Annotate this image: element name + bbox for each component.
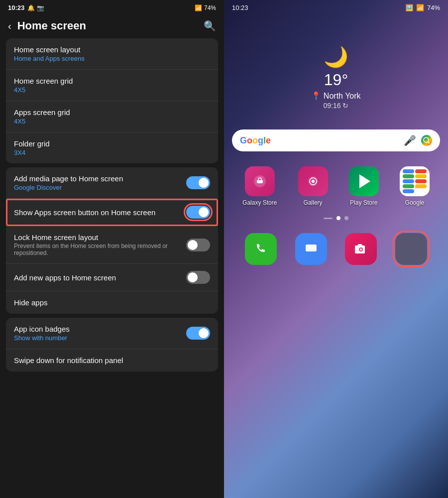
settings-panel: 10:23 🔔 📷 📶 74% ‹ Home screen 🔍 Home scr…: [0, 0, 224, 498]
play-store-label: Play Store: [350, 199, 377, 206]
image-icon-right: 🖼️: [405, 4, 413, 11]
google-grid-7: [403, 184, 414, 188]
camera-dock-item[interactable]: [345, 233, 377, 265]
google-grid-8: [415, 184, 427, 188]
apps-grid-dock-icon[interactable]: [395, 233, 427, 265]
page-indicator-media: [324, 218, 333, 219]
camera-dock-icon: [345, 233, 377, 265]
status-icons-left: 🔔 📷: [27, 4, 44, 11]
apps-grid-dock-item[interactable]: [395, 233, 427, 265]
grid-settings-group: Home screen layout Home and Apps screens…: [6, 38, 218, 163]
weather-icon: 🌙: [324, 45, 348, 69]
galaxy-store-item[interactable]: Galaxy Store: [242, 166, 277, 206]
time-right: 10:23: [232, 4, 248, 11]
wifi-icon: 📶: [195, 4, 202, 11]
time-left: 10:23: [8, 4, 24, 11]
folder-grid-item[interactable]: Folder grid 3X4: [6, 132, 218, 163]
weather-temp: 19°: [224, 71, 448, 89]
search-button[interactable]: 🔍: [204, 20, 216, 32]
toggle-knob-5: [199, 328, 209, 338]
google-grid-2: [415, 169, 427, 173]
home-screen-layout-item[interactable]: Home screen layout Home and Apps screens: [6, 38, 218, 70]
show-apps-button-row[interactable]: Show Apps screen button on Home screen: [6, 199, 218, 226]
show-apps-button-toggle[interactable]: [186, 206, 210, 219]
add-media-page-text: Add media page to Home screen Google Dis…: [14, 174, 186, 191]
add-media-page-subtitle: Google Discover: [14, 184, 186, 191]
google-apps-icon: [400, 166, 430, 196]
folder-grid-subtitle: 3X4: [14, 149, 210, 156]
toggle-knob-4: [188, 272, 198, 282]
app-dock-row: Galaxy Store Gallery Play Store: [224, 161, 448, 211]
google-grid-3: [403, 174, 414, 178]
hide-apps-text: Hide apps: [14, 298, 210, 307]
svg-point-4: [312, 180, 315, 183]
settings-header: ‹ Home screen 🔍: [0, 15, 224, 38]
galaxy-store-icon: [245, 166, 275, 196]
page-dots: [224, 211, 448, 225]
google-item[interactable]: Google: [400, 166, 430, 206]
toggle-settings-group: Add media page to Home screen Google Dis…: [6, 167, 218, 314]
svg-point-7: [360, 249, 362, 251]
messages-dock-icon: [295, 233, 327, 265]
app-icon-badges-toggle[interactable]: [186, 327, 210, 340]
google-grid-1: [403, 169, 414, 173]
add-new-apps-text: Add new apps to Home screen: [14, 273, 186, 282]
app-icon-badges-text: App icon badges Show with number: [14, 325, 186, 342]
swipe-down-row[interactable]: Swipe down for notification panel: [6, 349, 218, 372]
home-screen-layout-subtitle: Home and Apps screens: [14, 55, 210, 62]
location-pin-icon: 📍: [311, 92, 321, 100]
google-grid-5: [403, 179, 414, 183]
swipe-down-text: Swipe down for notification panel: [14, 356, 210, 365]
add-media-page-toggle[interactable]: [186, 176, 210, 189]
add-media-page-row[interactable]: Add media page to Home screen Google Dis…: [6, 167, 218, 199]
lock-home-screen-toggle[interactable]: [186, 239, 210, 251]
apps-screen-grid-subtitle: 4X5: [14, 118, 210, 125]
gallery-item[interactable]: Gallery: [298, 166, 328, 206]
folder-grid-title: Folder grid: [14, 139, 210, 148]
right-status-icons: 🖼️ 📶 74%: [405, 4, 440, 11]
toggle-knob: [199, 178, 209, 188]
app-icon-badges-row[interactable]: App icon badges Show with number: [6, 318, 218, 349]
google-grid-6: [415, 179, 427, 183]
show-apps-button-title: Show Apps screen button on Home screen: [14, 208, 186, 217]
wifi-icon-right: 📶: [416, 4, 424, 11]
lock-home-screen-subtitle: Prevent items on the Home screen from be…: [14, 243, 186, 256]
status-bar-left: 10:23 🔔 📷 📶 74%: [0, 0, 224, 15]
apps-screen-grid-item[interactable]: Apps screen grid 4X5: [6, 101, 218, 132]
home-screen-grid-title: Home screen grid: [14, 77, 210, 85]
hide-apps-title: Hide apps: [14, 298, 210, 307]
show-apps-button-text: Show Apps screen button on Home screen: [14, 208, 186, 217]
badges-settings-group: App icon badges Show with number Swipe d…: [6, 318, 218, 372]
back-button[interactable]: ‹: [8, 20, 11, 32]
gallery-label: Gallery: [304, 199, 323, 206]
home-screen-grid-item[interactable]: Home screen grid 4X5: [6, 70, 218, 101]
status-bar-right: 10:23 🖼️ 📶 74%: [224, 0, 448, 15]
toggle-knob-3: [188, 240, 198, 250]
play-store-item[interactable]: Play Store: [349, 166, 379, 206]
lens-icon[interactable]: [421, 135, 432, 146]
mic-icon[interactable]: 🎤: [404, 134, 416, 146]
lock-home-screen-row[interactable]: Lock Home screen layout Prevent items on…: [6, 226, 218, 264]
phone-dock-item[interactable]: [245, 233, 277, 265]
hide-apps-row[interactable]: Hide apps: [6, 291, 218, 314]
toggle-knob-2: [199, 207, 209, 217]
weather-time: 09:16 ↻: [224, 102, 448, 110]
swipe-down-title: Swipe down for notification panel: [14, 356, 210, 365]
add-new-apps-row[interactable]: Add new apps to Home screen: [6, 264, 218, 291]
gallery-icon: [298, 166, 328, 196]
weather-widget: 🌙 19° 📍 North York 09:16 ↻: [224, 15, 448, 120]
add-new-apps-toggle[interactable]: [186, 271, 210, 284]
status-time-left: 10:23 🔔 📷: [8, 4, 44, 11]
home-screen-grid-subtitle: 4X5: [14, 86, 210, 94]
google-grid-9: [403, 189, 414, 193]
google-label: Google: [405, 199, 425, 206]
google-grid-4: [415, 174, 427, 178]
app-icon-badges-subtitle: Show with number: [14, 334, 186, 342]
messages-dock-item[interactable]: [295, 233, 327, 265]
google-search-bar[interactable]: Google 🎤: [232, 129, 440, 151]
page-dot-2: [344, 216, 348, 220]
app-icon-badges-title: App icon badges: [14, 325, 186, 333]
apps-screen-grid-title: Apps screen grid: [14, 108, 210, 117]
svg-line-1: [428, 142, 430, 143]
google-logo: Google: [240, 135, 271, 146]
